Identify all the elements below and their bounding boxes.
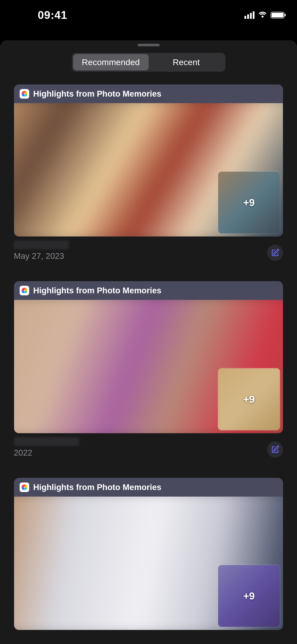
redacted-title bbox=[14, 437, 79, 446]
sheet-grabber[interactable] bbox=[138, 44, 160, 46]
redacted-title bbox=[14, 240, 69, 249]
segment-recommended[interactable]: Recommended bbox=[73, 54, 149, 70]
svg-point-23 bbox=[22, 485, 24, 487]
card-header: Highlights from Photo Memories bbox=[14, 85, 283, 103]
card-hero-image[interactable]: +9 bbox=[14, 103, 283, 236]
edit-button[interactable] bbox=[267, 245, 283, 261]
status-time: 09:41 bbox=[38, 9, 67, 21]
status-bar: 09:41 bbox=[0, 0, 297, 30]
memories-list: Highlights from Photo Memories +9 May 27… bbox=[0, 84, 297, 630]
card-hero-image[interactable]: +9 bbox=[14, 497, 283, 630]
memory-card[interactable]: Highlights from Photo Memories +9 bbox=[14, 281, 283, 433]
card-header: Highlights from Photo Memories bbox=[14, 478, 283, 497]
memory-card[interactable]: Highlights from Photo Memories +9 bbox=[14, 84, 283, 237]
battery-icon bbox=[271, 12, 284, 18]
photos-app-icon bbox=[20, 286, 29, 295]
segment-recent[interactable]: Recent bbox=[149, 54, 224, 70]
memory-date: May 27, 2023 bbox=[14, 251, 69, 261]
card-hero-image[interactable]: +9 bbox=[14, 300, 283, 433]
memory-date: 2022 bbox=[14, 448, 79, 458]
card-title: Highlights from Photo Memories bbox=[33, 482, 161, 492]
more-count-badge: +9 bbox=[243, 590, 255, 602]
svg-point-15 bbox=[22, 288, 24, 290]
more-photos-thumb[interactable]: +9 bbox=[218, 368, 280, 431]
card-title: Highlights from Photo Memories bbox=[33, 89, 161, 99]
card-meta: May 27, 2023 bbox=[14, 240, 283, 261]
more-count-badge: +9 bbox=[243, 197, 255, 208]
card-meta: 2022 bbox=[14, 437, 283, 458]
photos-app-icon bbox=[20, 482, 29, 492]
signal-icon bbox=[244, 11, 254, 19]
card-title: Highlights from Photo Memories bbox=[33, 286, 161, 295]
wifi-icon bbox=[258, 11, 267, 19]
svg-point-7 bbox=[22, 91, 24, 94]
edit-button[interactable] bbox=[267, 441, 283, 458]
more-photos-thumb[interactable]: +9 bbox=[218, 565, 280, 627]
photos-app-icon bbox=[20, 89, 29, 99]
more-count-badge: +9 bbox=[243, 394, 255, 405]
segmented-control[interactable]: Recommended Recent bbox=[72, 53, 225, 72]
content-sheet: Recommended Recent Highlights from Photo… bbox=[0, 40, 297, 644]
card-header: Highlights from Photo Memories bbox=[14, 281, 283, 300]
status-icons bbox=[244, 11, 284, 19]
memory-card[interactable]: Highlights from Photo Memories +9 bbox=[14, 478, 283, 630]
more-photos-thumb[interactable]: +9 bbox=[218, 171, 280, 234]
